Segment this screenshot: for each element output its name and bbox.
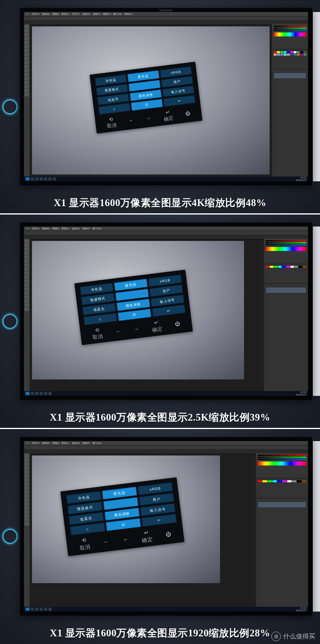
photoshop-toolbar	[24, 24, 30, 177]
photoshop-panels	[272, 24, 308, 177]
photoshop-options-bar	[24, 16, 308, 21]
color-panel	[272, 24, 308, 50]
monitor-frame: Ps 文件(F)编辑(E)图像(I)图层(L)选择(S)滤镜(T)窗口(W)	[20, 223, 312, 400]
menu-select: 选择(S)	[82, 12, 90, 16]
photoshop-options-bar	[24, 231, 308, 235]
monitor-screen: Ps 文件(F) 编辑(E) 图像(I) 图层(L) 文字(Y) 选择(S) 滤…	[24, 12, 308, 181]
panel-4k: Lenovo Ps 文件(F) 编辑(E) 图像(I) 图层(L) 文字(Y) …	[0, 0, 320, 215]
windows-taskbar: 20:03 2016/10/7	[24, 177, 308, 181]
monitor-frame: Ps 文件(F)编辑(E)图像(I)图层(L)选择(S)滤镜(T)窗口(W)	[20, 437, 312, 616]
caption-2.5k: X1 显示器1600万像素全图显示2.5K缩放比例39%	[0, 411, 320, 424]
color-spectrum	[274, 32, 306, 36]
arrow-left-icon: ←	[128, 117, 134, 123]
power-icon: ⏻	[185, 110, 191, 116]
photoshop-canvas: 冷色温 暖色温 sRGB 预置模式 用户 低蓝光 颜色调整 输入信号	[30, 24, 272, 177]
menu-type: 文字(Y)	[72, 12, 80, 16]
osd-cancel-label: 取消	[107, 122, 117, 130]
menu-help: 帮助(H)	[124, 12, 132, 16]
arrow-right-icon: →	[146, 115, 152, 121]
monitor-brand-label: Lenovo	[160, 8, 172, 12]
photoshop-workspace: 冷色温 暖色温 sRGB 预置模式 用户 低蓝光 颜色调整 输入信号	[24, 24, 308, 177]
photoshop-toolbar	[24, 239, 30, 391]
ps-logo-icon: Ps	[26, 13, 29, 15]
photo-content: 冷色温 暖色温 sRGB 预置模式 用户 低蓝光 颜色调整 输入信号	[32, 26, 270, 175]
photoshop-canvas: 冷色温 暖色温 sRGB 预置模式 用户 低蓝光 颜色调整 输入信号	[30, 453, 256, 607]
osd-tiles: 冷色温 暖色温 sRGB 预置模式 用户 低蓝光 颜色调整 输入信号	[95, 66, 195, 114]
photoshop-canvas: 冷色温 暖色温 sRGB 预置模式 用户 低蓝光 颜色调整 输入信号	[30, 239, 264, 391]
power-ring-led	[2, 529, 18, 544]
menu-image: 图像(I)	[52, 12, 60, 16]
smzdm-badge-icon: 值	[271, 632, 281, 641]
photoshop-document-tab	[24, 21, 308, 24]
osd-tile-return-icon: ↩	[164, 95, 196, 106]
clock-date: 2016/10/7	[296, 179, 306, 181]
monitor-frame: Lenovo Ps 文件(F) 编辑(E) 图像(I) 图层(L) 文字(Y) …	[20, 8, 312, 185]
osd-confirm-label: 确定	[164, 115, 174, 123]
photoshop-options-bar	[24, 445, 308, 450]
monitor-screen: Ps 文件(F)编辑(E)图像(I)图层(L)选择(S)滤镜(T)窗口(W)	[24, 227, 308, 396]
swatches-panel	[272, 50, 308, 69]
smzdm-watermark: 值 什么值得买	[271, 632, 315, 641]
power-ring-led	[2, 314, 18, 329]
secondary-monitor-edge	[311, 441, 320, 612]
menu-filter: 滤镜(T)	[93, 12, 101, 16]
menu-window: 窗口(W)	[113, 12, 122, 16]
monitor-osd-menu: 冷色温 暖色温 sRGB 预置模式 用户 低蓝光 颜色调整 输入信号	[90, 62, 202, 133]
layers-panel	[272, 69, 308, 177]
photoshop-toolbar	[24, 453, 30, 607]
photoshop-menu-bar: Ps 文件(F)编辑(E)图像(I)图层(L)选择(S)滤镜(T)窗口(W)	[24, 227, 308, 231]
photoshop-document-tab	[24, 235, 308, 239]
secondary-monitor-edge	[311, 12, 320, 181]
secondary-monitor-edge	[311, 227, 320, 396]
menu-file: 文件(F)	[32, 12, 40, 16]
smzdm-text: 什么值得买	[283, 632, 315, 641]
layer-row	[274, 72, 306, 79]
monitor-screen: Ps 文件(F)编辑(E)图像(I)图层(L)选择(S)滤镜(T)窗口(W)	[24, 441, 308, 612]
menu-view: 视图(V)	[103, 12, 111, 16]
power-ring-led	[2, 99, 18, 114]
ps-logo-icon: Ps	[26, 227, 29, 230]
ps-logo-icon: Ps	[26, 442, 29, 444]
menu-edit: 编辑(E)	[42, 12, 50, 16]
photoshop-menu-bar: Ps 文件(F)编辑(E)图像(I)图层(L)选择(S)滤镜(T)窗口(W)	[24, 441, 308, 445]
photoshop-document-tab	[24, 450, 308, 453]
panel-2.5k: Ps 文件(F)编辑(E)图像(I)图层(L)选择(S)滤镜(T)窗口(W)	[0, 215, 320, 429]
menu-layer: 图层(L)	[62, 12, 69, 16]
comparison-image: Lenovo Ps 文件(F) 编辑(E) 图像(I) 图层(L) 文字(Y) …	[0, 0, 320, 644]
photoshop-menu-bar: Ps 文件(F) 编辑(E) 图像(I) 图层(L) 文字(Y) 选择(S) 滤…	[24, 12, 308, 16]
caption-4k: X1 显示器1600万像素全图显示4K缩放比例48%	[0, 196, 320, 209]
start-button-icon	[26, 177, 30, 181]
panel-1920: Ps 文件(F)编辑(E)图像(I)图层(L)选择(S)滤镜(T)窗口(W)	[0, 429, 320, 644]
taskbar-clock: 20:03 2016/10/7	[296, 177, 306, 181]
enter-icon: ↵	[166, 109, 170, 115]
exit-icon: ⟲	[109, 116, 114, 122]
